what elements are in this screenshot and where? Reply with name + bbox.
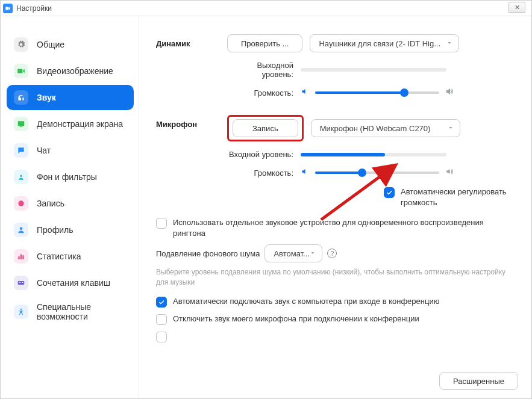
profile-icon — [14, 223, 28, 237]
keyboard-icon — [14, 276, 28, 290]
chevron-down-icon — [448, 124, 454, 133]
mic-input-fill — [301, 153, 385, 156]
sidebar-item-label: Специальные возможности — [37, 302, 127, 321]
sidebar-item-label: Чат — [37, 146, 51, 155]
microphone-heading: Микрофон — [156, 115, 227, 129]
sidebar-item-share[interactable]: Демонстрация экрана — [7, 111, 134, 137]
output-level-label: Выходной уровень: — [227, 61, 293, 79]
noise-suppression-label: Подавление фонового шума — [156, 249, 260, 258]
sidebar-item-shortcuts[interactable]: Сочетания клавиш — [7, 270, 134, 295]
auto-adjust-label: Автоматически регулировать громкость — [401, 187, 515, 208]
sidebar-item-label: Профиль — [37, 225, 73, 235]
sidebar-item-label: Статистика — [37, 252, 81, 261]
audio-settings-panel: Динамик Проверить ... Наушники для связи… — [139, 16, 531, 398]
speaker-volume-label: Громкость: — [227, 88, 293, 97]
svg-rect-3 — [18, 256, 19, 259]
window-title: Настройки — [16, 4, 52, 13]
sidebar-item-label: Общие — [37, 40, 64, 49]
speaker-device-select[interactable]: Наушники для связи (2- IDT Hig... — [310, 34, 459, 52]
slider-thumb[interactable] — [400, 88, 408, 97]
microphone-section: Микрофон Запись Микрофон (HD Webcam C270… — [156, 115, 515, 214]
svg-point-10 — [20, 309, 22, 310]
sidebar-item-audio[interactable]: Звук — [7, 85, 134, 110]
auto-join-audio-checkbox[interactable] — [156, 297, 167, 308]
mute-on-join-label: Отключить звук моего микрофона при подкл… — [173, 314, 515, 324]
auto-join-audio-label: Автоматически подключать звук с компьюте… — [173, 296, 515, 307]
speaker-low-icon — [301, 87, 309, 98]
sidebar-item-general[interactable]: Общие — [7, 32, 134, 57]
background-icon — [14, 170, 28, 184]
speaker-output-level — [301, 68, 446, 72]
ringtone-device-checkbox[interactable] — [156, 218, 167, 229]
mute-on-join-checkbox[interactable] — [156, 314, 167, 325]
sidebar-item-chat[interactable]: Чат — [7, 138, 134, 163]
mic-device-select[interactable]: Микрофон (HD Webcam C270) — [311, 119, 460, 137]
mic-volume-slider[interactable] — [315, 172, 439, 174]
noise-suppression-hint: Выберите уровень подавления шума по умол… — [156, 267, 515, 288]
chevron-down-icon — [310, 249, 316, 258]
sidebar-item-background[interactable]: Фон и фильтры — [7, 164, 134, 190]
noise-suppression-value: Автомат... — [274, 249, 310, 258]
svg-point-0 — [20, 175, 22, 178]
speaker-volume-slider[interactable] — [315, 91, 439, 94]
sidebar-item-label: Видеоизображение — [37, 66, 113, 76]
svg-point-2 — [20, 227, 23, 230]
speaker-device-value: Наушники для связи (2- IDT Hig... — [319, 39, 440, 48]
mic-input-level — [301, 153, 446, 156]
sidebar-item-label: Звук — [37, 93, 56, 102]
gear-icon — [14, 37, 28, 52]
content: Общие Видеоизображение Звук Демонстрация… — [1, 16, 531, 398]
speaker-section: Динамик Проверить ... Наушники для связи… — [156, 34, 515, 107]
sidebar-item-label: Фон и фильтры — [37, 172, 97, 182]
svg-rect-8 — [20, 282, 21, 283]
sidebar-item-video[interactable]: Видеоизображение — [7, 58, 134, 84]
svg-rect-4 — [20, 255, 22, 259]
mic-device-value: Микрофон (HD Webcam C270) — [320, 124, 431, 133]
stats-icon — [14, 249, 28, 264]
settings-window: Настройки ✕ Общие Видеоизображение Звук … — [0, 0, 532, 399]
svg-point-1 — [18, 200, 23, 206]
sidebar-item-profile[interactable]: Профиль — [7, 217, 134, 243]
speaker-high-icon — [445, 87, 454, 98]
ringtone-device-label: Использовать отдельное звуковое устройст… — [173, 217, 515, 238]
help-icon[interactable]: ? — [327, 249, 337, 258]
record-mic-button[interactable]: Запись — [233, 119, 298, 137]
chevron-down-icon — [446, 39, 452, 48]
record-icon — [14, 196, 28, 211]
input-level-label: Входной уровень: — [227, 150, 293, 159]
mute-on-join-option: Отключить звук моего микрофона при подкл… — [156, 314, 515, 325]
mic-volume-label: Громкость: — [227, 169, 293, 178]
app-icon — [3, 4, 13, 13]
speaker-heading: Динамик — [156, 34, 227, 48]
auto-adjust-volume-checkbox[interactable] — [384, 187, 395, 198]
noise-suppression-row: Подавление фонового шума Автомат... ? — [156, 244, 515, 262]
noise-suppression-select[interactable]: Автомат... — [264, 244, 322, 262]
headphones-icon — [14, 90, 28, 105]
titlebar: Настройки ✕ — [1, 1, 531, 16]
truncated-option — [156, 331, 515, 342]
sidebar-item-label: Запись — [37, 199, 64, 208]
sidebar-item-label: Сочетания клавиш — [37, 278, 110, 288]
svg-rect-9 — [22, 282, 23, 283]
auto-join-audio-option: Автоматически подключать звук с компьюте… — [156, 296, 515, 308]
speaker-low-icon — [301, 167, 309, 178]
video-icon — [14, 64, 28, 78]
test-speaker-button[interactable]: Проверить ... — [227, 34, 302, 52]
ringtone-device-option: Использовать отдельное звуковое устройст… — [156, 217, 515, 238]
sidebar-item-recording[interactable]: Запись — [7, 191, 134, 216]
svg-rect-7 — [19, 282, 20, 283]
slider-thumb[interactable] — [358, 169, 366, 177]
truncated-checkbox[interactable] — [156, 332, 167, 342]
share-screen-icon — [14, 117, 28, 131]
speaker-high-icon — [445, 167, 454, 178]
svg-rect-5 — [22, 255, 23, 259]
advanced-button[interactable]: Расширенные — [439, 372, 518, 390]
accessibility-icon — [14, 305, 28, 319]
sidebar-item-accessibility[interactable]: Специальные возможности — [7, 297, 134, 327]
sidebar-item-statistics[interactable]: Статистика — [7, 244, 134, 269]
sidebar-item-label: Демонстрация экрана — [37, 119, 123, 129]
close-button[interactable]: ✕ — [509, 2, 525, 13]
record-button-highlight: Запись — [227, 115, 304, 141]
sidebar: Общие Видеоизображение Звук Демонстрация… — [1, 16, 139, 398]
chat-icon — [14, 143, 28, 158]
